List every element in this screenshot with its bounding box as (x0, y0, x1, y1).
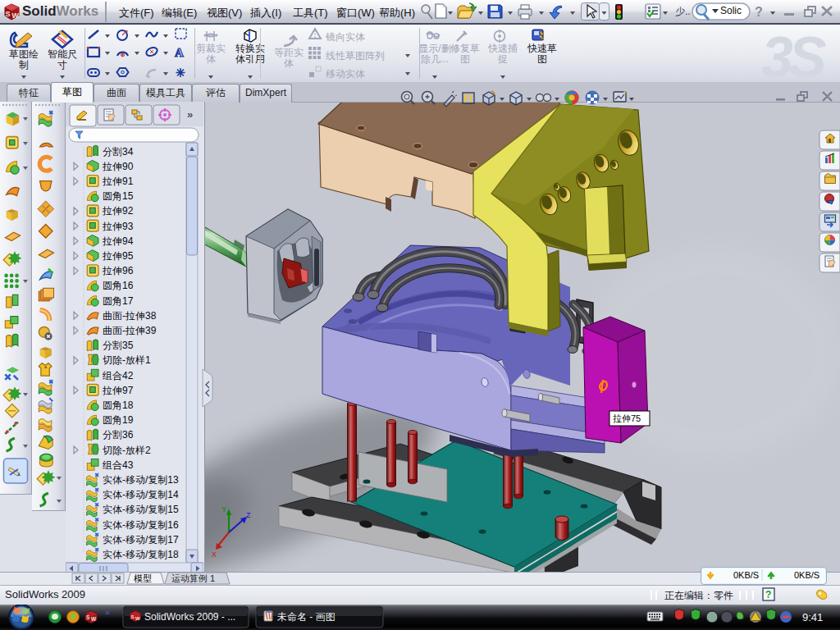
svg-text:拉伸75: 拉伸75 (613, 413, 641, 423)
svg-text:图: 图 (537, 53, 547, 65)
svg-text:体: 体 (206, 53, 216, 65)
svg-text:SolidWorks 2009 - ...: SolidWorks 2009 - ... (144, 611, 235, 623)
svg-text:显示/删: 显示/删 (418, 43, 450, 54)
svg-text:少..: 少.. (675, 6, 691, 17)
svg-text:捉: 捉 (497, 53, 508, 65)
svg-text:拉伸92: 拉伸92 (102, 205, 134, 217)
svg-text:草图绘: 草图绘 (9, 48, 39, 60)
svg-text:W: W (12, 11, 20, 20)
svg-text:正在编辑：零件: 正在编辑：零件 (664, 590, 733, 601)
svg-text:组合42: 组合42 (102, 370, 134, 381)
svg-text:制: 制 (19, 59, 29, 71)
svg-text:实体-移动/复制16: 实体-移动/复制16 (103, 519, 179, 531)
svg-text:?: ? (755, 5, 763, 19)
svg-text:?: ? (765, 589, 771, 600)
svg-text:分割34: 分割34 (103, 146, 134, 158)
svg-text:移动实体: 移动实体 (326, 68, 365, 80)
svg-text:智能尺: 智能尺 (48, 48, 77, 60)
svg-text:拉伸93: 拉伸93 (102, 221, 134, 232)
svg-text:组合43: 组合43 (102, 459, 134, 471)
svg-text:寸: 寸 (57, 59, 67, 71)
svg-text:快速捕: 快速捕 (487, 43, 518, 54)
svg-text:W: W (135, 616, 140, 621)
svg-text:分割36: 分割36 (103, 429, 134, 441)
svg-text:曲面-拉伸38: 曲面-拉伸38 (103, 310, 157, 322)
svg-text:拉伸95: 拉伸95 (102, 250, 134, 262)
svg-text:拉伸94: 拉伸94 (102, 235, 134, 247)
svg-text:S: S (86, 614, 90, 620)
svg-text:S: S (131, 614, 135, 619)
svg-text:Y: Y (221, 505, 226, 514)
svg-text:S: S (6, 10, 11, 18)
svg-text:切除-放样2: 切除-放样2 (102, 445, 151, 456)
svg-text:曲面-拉伸39: 曲面-拉伸39 (103, 325, 157, 336)
svg-text:运动算例 1: 运动算例 1 (171, 573, 215, 583)
svg-text:实体-移动/复制13: 实体-移动/复制13 (103, 474, 179, 486)
svg-text:实体-移动/复制17: 实体-移动/复制17 (103, 534, 179, 546)
svg-text:图: 图 (460, 53, 470, 65)
svg-text:剪裁实: 剪裁实 (196, 43, 226, 54)
svg-text:圆角18: 圆角18 (103, 399, 134, 411)
svg-text:W: W (91, 616, 97, 622)
svg-text:实体-移动/复制14: 实体-移动/复制14 (103, 489, 179, 500)
svg-text:圆角19: 圆角19 (103, 414, 134, 426)
svg-text:Z: Z (246, 511, 251, 519)
svg-text:镜向实体: 镜向实体 (325, 31, 365, 43)
svg-text:体: 体 (284, 57, 294, 69)
svg-text:+: + (462, 30, 467, 39)
svg-text:拉伸96: 拉伸96 (102, 265, 134, 276)
svg-text:分割35: 分割35 (103, 340, 134, 351)
svg-text:圆角16: 圆角16 (103, 280, 134, 291)
svg-text:线性草图阵列: 线性草图阵列 (326, 50, 385, 62)
svg-text:拉伸97: 拉伸97 (102, 385, 134, 396)
svg-text:实体-移动/复制15: 实体-移动/复制15 (103, 504, 179, 515)
svg-text:A: A (175, 46, 184, 59)
svg-text:»: » (105, 607, 110, 617)
svg-text:9:41: 9:41 (802, 611, 823, 623)
svg-text:0KB/S: 0KB/S (733, 570, 759, 580)
svg-text:圆角17: 圆角17 (103, 295, 134, 307)
svg-text:0KB/S: 0KB/S (794, 570, 819, 580)
svg-text:拉伸90: 拉伸90 (102, 161, 134, 172)
svg-text:切除-放样1: 切除-放样1 (102, 354, 151, 366)
svg-text:修复草: 修复草 (450, 43, 480, 54)
svg-text:拉伸91: 拉伸91 (102, 176, 134, 187)
svg-text:X: X (212, 550, 217, 559)
svg-text:等距实: 等距实 (274, 47, 304, 58)
svg-text:圆角15: 圆角15 (103, 190, 134, 202)
svg-text:模型: 模型 (134, 573, 152, 583)
svg-text:快速草: 快速草 (527, 43, 557, 54)
svg-text:未命名 - 画图: 未命名 - 画图 (277, 611, 336, 623)
svg-text:Solic: Solic (720, 5, 742, 16)
svg-text:实体-移动/复制18: 实体-移动/复制18 (103, 549, 179, 560)
svg-text:除几...: 除几... (421, 53, 449, 65)
